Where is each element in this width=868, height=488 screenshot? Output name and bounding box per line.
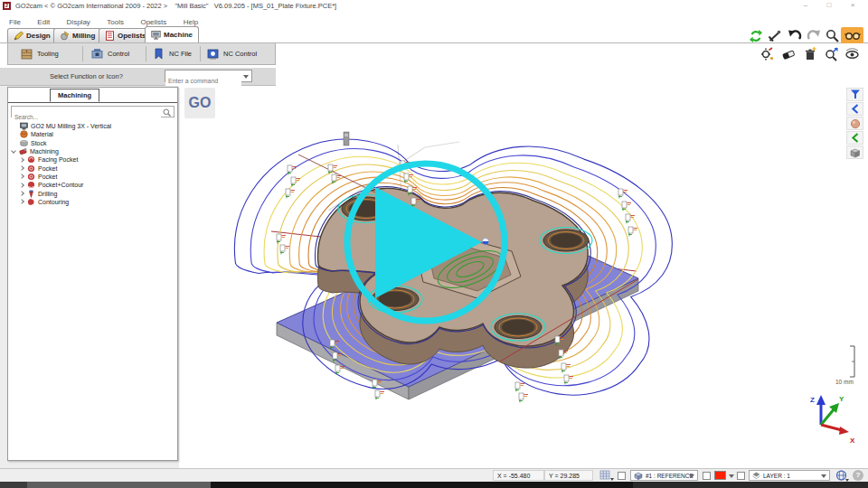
collapse-left-green-button[interactable] bbox=[846, 131, 863, 145]
layer-checkbox[interactable] bbox=[737, 472, 745, 480]
facing-pocket-icon bbox=[27, 155, 35, 164]
tree-item-label: GO2 MU Milling 3X - Vertical bbox=[31, 123, 111, 129]
tree-item-contouring[interactable]: Contouring bbox=[10, 198, 175, 206]
delete-all-button[interactable] bbox=[801, 46, 818, 62]
chevron-left-green-icon bbox=[851, 133, 860, 143]
close-button[interactable]: × bbox=[843, 0, 863, 11]
measure-button[interactable] bbox=[766, 28, 783, 44]
menu-edit[interactable]: Edit bbox=[37, 18, 50, 26]
view-mode-button[interactable] bbox=[841, 27, 863, 43]
tab-machine-label: Machine bbox=[164, 31, 193, 39]
tree-item-machining[interactable]: Machining bbox=[10, 147, 175, 155]
menu-tools[interactable]: Tools bbox=[107, 18, 124, 26]
zoom-button[interactable] bbox=[824, 28, 841, 44]
view-rotate-button[interactable] bbox=[844, 46, 861, 62]
expand-icon[interactable] bbox=[19, 157, 24, 163]
tree-item-machine[interactable]: GO2 MU Milling 3X - Vertical bbox=[10, 122, 175, 130]
collapse-left-blue-button[interactable] bbox=[846, 102, 863, 116]
machine-icon bbox=[20, 122, 28, 130]
command-input[interactable] bbox=[165, 76, 241, 87]
menu-file[interactable]: File bbox=[9, 18, 21, 26]
tree-item-facing-pocket[interactable]: Facing Pocket bbox=[10, 155, 175, 164]
axis-triad: Z Y X bbox=[810, 395, 855, 445]
panel-divider bbox=[8, 102, 177, 103]
tree-search[interactable] bbox=[11, 106, 175, 117]
tree-item-label: Machining bbox=[30, 148, 59, 155]
menu-opelists[interactable]: Opelists bbox=[140, 18, 166, 26]
help-button[interactable]: ? bbox=[853, 470, 863, 481]
design-icon bbox=[14, 31, 24, 41]
expand-icon[interactable] bbox=[19, 183, 24, 188]
refresh-icon bbox=[749, 29, 763, 43]
pocket-icon bbox=[27, 164, 35, 173]
reference-select[interactable]: #1 : REFERENCE bbox=[630, 470, 698, 481]
control-button[interactable]: Control bbox=[91, 45, 129, 62]
reference-value: #1 : REFERENCE bbox=[646, 473, 693, 479]
menu-bar: File Edit Display Tools Opelists Help bbox=[0, 12, 868, 26]
tree-item-label: Pocket bbox=[38, 174, 57, 180]
maximize-button[interactable]: □ bbox=[819, 0, 839, 11]
zoom-fit-icon bbox=[825, 47, 839, 61]
tab-machine[interactable]: Machine bbox=[145, 26, 199, 42]
shaded-view-button[interactable] bbox=[846, 117, 863, 130]
undo-button[interactable] bbox=[786, 28, 803, 44]
nc-file-icon bbox=[153, 48, 165, 60]
tree-item-label: Material bbox=[31, 131, 53, 137]
redo-button[interactable] bbox=[805, 28, 822, 44]
expand-icon[interactable] bbox=[19, 174, 24, 180]
minimize-button[interactable]: – bbox=[796, 0, 816, 11]
tab-milling-label: Milling bbox=[72, 32, 95, 40]
expand-icon[interactable] bbox=[19, 165, 24, 171]
chevron-down-icon bbox=[821, 474, 826, 478]
regenerate-button[interactable] bbox=[747, 28, 764, 44]
grid-toggle-button[interactable] bbox=[599, 470, 614, 483]
ribbon-tab-row: Design Milling Opelists Machine bbox=[0, 26, 868, 43]
layer-select[interactable]: LAYER : 1 bbox=[749, 470, 830, 481]
tooling-icon bbox=[21, 48, 33, 60]
viewport-3d-scene[interactable]: 10 mm Z Y X bbox=[179, 86, 868, 468]
chevron-down-icon[interactable] bbox=[243, 75, 249, 79]
reference-checkbox[interactable] bbox=[618, 472, 626, 480]
eraser-icon bbox=[781, 47, 796, 61]
filter-button[interactable] bbox=[846, 88, 863, 101]
tree-item-pocket-2[interactable]: Pocket bbox=[10, 173, 175, 181]
collapse-icon[interactable] bbox=[11, 148, 16, 154]
stock-view-button[interactable] bbox=[846, 145, 863, 159]
tree-item-pocket-1[interactable]: Pocket bbox=[10, 164, 175, 172]
globe-view-button[interactable] bbox=[835, 470, 849, 483]
color-swatch-button[interactable] bbox=[714, 471, 726, 481]
filter-icon bbox=[850, 89, 861, 99]
tab-design[interactable]: Design bbox=[7, 28, 57, 42]
nc-control-button[interactable]: NC Control bbox=[207, 45, 257, 62]
tree-item-pocket-contour[interactable]: Pocket+Contour bbox=[10, 181, 175, 189]
opelists-icon bbox=[105, 31, 115, 41]
tree-item-label: Drilling bbox=[38, 191, 57, 197]
bottom-segment bbox=[0, 482, 27, 488]
menu-help[interactable]: Help bbox=[184, 18, 198, 26]
zoom-fit-button[interactable] bbox=[823, 46, 840, 62]
status-bar: X = -55.480 Y = 29.285 #1 : REFERENCE LA… bbox=[0, 468, 868, 482]
tree-item-stock[interactable]: Stock bbox=[10, 139, 175, 147]
tree-item-drilling[interactable]: Drilling bbox=[10, 189, 175, 197]
control-label: Control bbox=[108, 50, 129, 58]
y-coordinate: Y = 29.285 bbox=[544, 470, 593, 481]
tab-machining[interactable]: Machining bbox=[50, 89, 99, 102]
tab-opelists-label: Opelists bbox=[118, 32, 146, 40]
command-prompt-label: Select Function or Icon? bbox=[50, 72, 123, 80]
search-input[interactable] bbox=[12, 112, 161, 122]
tree-item-material[interactable]: Material bbox=[10, 130, 175, 138]
expand-icon[interactable] bbox=[19, 191, 24, 196]
machine-tab-icon bbox=[151, 30, 161, 40]
erase-button[interactable] bbox=[779, 46, 797, 62]
command-combo[interactable] bbox=[165, 70, 252, 82]
tree-item-label: Contouring bbox=[38, 199, 69, 205]
red-swatch bbox=[714, 471, 726, 480]
nc-file-button[interactable]: NC File bbox=[153, 45, 192, 62]
tooling-button[interactable]: Tooling bbox=[21, 45, 59, 62]
expand-icon[interactable] bbox=[19, 199, 24, 204]
menu-display[interactable]: Display bbox=[67, 18, 90, 26]
color-checkbox[interactable] bbox=[703, 472, 711, 480]
settings-tools-button[interactable] bbox=[758, 46, 775, 62]
axis-z-label: Z bbox=[810, 396, 815, 404]
tab-milling[interactable]: Milling bbox=[53, 28, 101, 42]
